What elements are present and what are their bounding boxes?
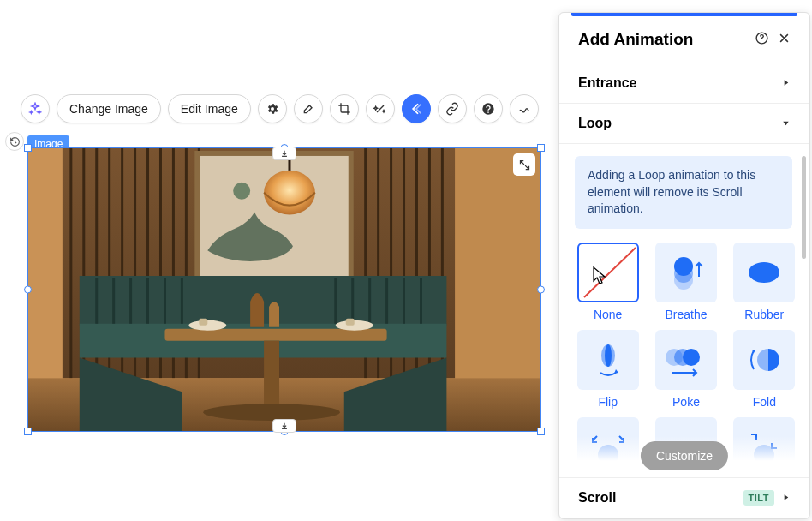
selected-image[interactable] xyxy=(27,147,541,432)
resize-handle-l[interactable] xyxy=(24,286,32,294)
loop-option-label: Flip xyxy=(598,395,618,409)
chevron-right-icon xyxy=(781,75,791,91)
magic-wand-button[interactable] xyxy=(366,94,395,123)
edit-image-button[interactable]: Edit Image xyxy=(168,94,251,123)
loop-warning-note: Adding a Loop animation to this element … xyxy=(575,156,792,229)
animation-panel: Add Animation Entrance Loop Adding a Loo… xyxy=(558,12,810,519)
section-scroll-label: Scroll xyxy=(578,490,743,506)
close-icon[interactable] xyxy=(778,32,791,48)
svg-rect-44 xyxy=(199,319,207,326)
svg-rect-39 xyxy=(164,329,386,341)
loop-option-label: None xyxy=(594,308,622,321)
svg-point-41 xyxy=(203,404,339,421)
loop-option-none[interactable]: None xyxy=(575,243,641,321)
resize-handle-r[interactable] xyxy=(537,286,545,294)
loop-option-rubber[interactable]: Rubber xyxy=(731,243,797,321)
panel-title: Add Animation xyxy=(578,30,746,49)
resize-handle-bl[interactable] xyxy=(24,428,32,435)
brush-button[interactable] xyxy=(294,94,323,123)
history-button[interactable] xyxy=(5,132,24,151)
ai-sparkle-button[interactable] xyxy=(21,94,50,123)
svg-point-42 xyxy=(188,320,226,331)
svg-point-56 xyxy=(683,349,700,366)
section-entrance[interactable]: Entrance xyxy=(559,63,809,103)
chevron-right-icon xyxy=(781,490,791,506)
svg-rect-23 xyxy=(197,153,350,281)
svg-rect-40 xyxy=(264,341,279,410)
stretch-bottom-button[interactable] xyxy=(272,419,296,433)
svg-point-24 xyxy=(233,183,250,200)
loop-option-label: Breathe xyxy=(665,308,707,321)
svg-point-51 xyxy=(749,262,779,283)
loop-option-label: Fold xyxy=(753,395,776,409)
chevron-down-icon xyxy=(781,116,791,131)
loop-option-flip[interactable]: Flip xyxy=(575,330,641,409)
panel-help-icon[interactable] xyxy=(755,31,769,49)
section-entrance-label: Entrance xyxy=(578,75,781,91)
section-scroll[interactable]: Scroll TILT xyxy=(559,477,809,518)
change-image-button[interactable]: Change Image xyxy=(57,94,161,123)
help-button[interactable] xyxy=(474,94,503,123)
more-button[interactable] xyxy=(510,94,539,123)
loop-option-label: Poke xyxy=(672,395,700,409)
panel-scrollbar[interactable] xyxy=(802,156,806,465)
stretch-top-button[interactable] xyxy=(272,147,296,160)
resize-handle-br[interactable] xyxy=(537,428,545,435)
resize-handle-tl[interactable] xyxy=(24,144,32,152)
loop-panel-body: Adding a Loop animation to this element … xyxy=(559,143,809,477)
image-illustration xyxy=(28,148,540,431)
svg-point-50 xyxy=(674,257,693,276)
image-toolbar: Change Image Edit Image xyxy=(21,94,539,123)
customize-button[interactable]: Customize xyxy=(641,441,728,470)
expand-icon[interactable] xyxy=(513,153,535,176)
svg-rect-45 xyxy=(346,319,355,326)
animation-button[interactable] xyxy=(402,94,431,123)
section-loop[interactable]: Loop xyxy=(559,103,809,143)
section-loop-label: Loop xyxy=(578,116,781,131)
loop-option-poke[interactable]: Poke xyxy=(653,330,719,409)
settings-button[interactable] xyxy=(258,94,287,123)
scroll-badge: TILT xyxy=(743,490,774,506)
svg-line-47 xyxy=(584,248,636,297)
loop-option-breathe[interactable]: Breathe xyxy=(653,243,719,321)
svg-point-53 xyxy=(605,344,612,367)
loop-option-fold[interactable]: Fold xyxy=(731,330,797,409)
loop-option-label: Rubber xyxy=(744,308,784,321)
resize-handle-tr[interactable] xyxy=(537,144,545,152)
svg-point-26 xyxy=(264,171,315,215)
link-button[interactable] xyxy=(438,94,467,123)
crop-button[interactable] xyxy=(330,94,359,123)
